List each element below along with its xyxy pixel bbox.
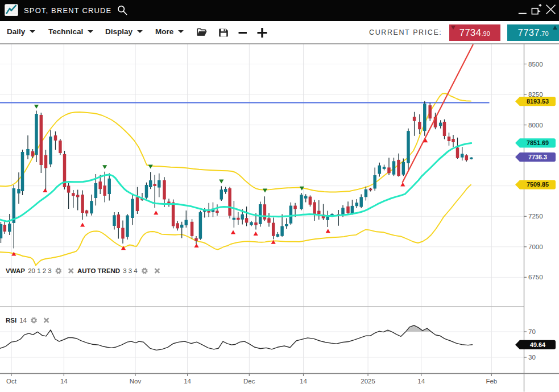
rsi-remove-icon[interactable]: [44, 318, 49, 323]
candle-up: [233, 218, 236, 220]
candle-up: [224, 189, 227, 192]
rsi-settings-gear-icon[interactable]: [31, 317, 37, 323]
candle-up: [0, 224, 2, 238]
auto-trend-label: AUTO TREND: [77, 267, 120, 274]
buy-signal-marker: [194, 244, 198, 247]
x-tick-label: Dec: [243, 378, 255, 385]
candle-up: [285, 224, 288, 226]
candle-down: [346, 207, 350, 213]
sell-signal-marker: [148, 165, 153, 169]
candle-down: [309, 197, 312, 205]
menu-more[interactable]: More: [155, 21, 184, 43]
candle-up: [241, 214, 244, 220]
candle-down: [448, 137, 451, 141]
candle-down: [31, 151, 35, 156]
menu-technical[interactable]: Technical: [48, 21, 93, 43]
candle-down: [428, 105, 432, 118]
candle-up: [407, 131, 410, 163]
candle-up: [149, 180, 152, 187]
minimize-button[interactable]: [519, 13, 527, 14]
vwap-label: VWAP: [6, 267, 25, 274]
y-tick-label: 6750: [528, 274, 543, 280]
rsi-params: 14: [19, 317, 27, 324]
y-tick-label: 8000: [528, 122, 543, 129]
auto-trend-remove-icon[interactable]: [155, 269, 159, 273]
popout-button[interactable]: [532, 4, 541, 14]
buy-signal-marker: [80, 222, 85, 226]
candle-down: [267, 218, 271, 223]
vwap-remove-icon[interactable]: [69, 269, 73, 273]
price-tag-label: 7736.3: [528, 154, 547, 160]
candle-up: [35, 114, 38, 155]
candle-down: [313, 202, 316, 214]
vwap-settings-gear-icon[interactable]: [56, 268, 61, 274]
candle-up: [276, 234, 280, 237]
candle-up: [126, 215, 129, 237]
candle-down: [293, 206, 297, 209]
auto-trend-params: 3 3 4: [123, 267, 138, 274]
open-file-icon[interactable]: [196, 23, 208, 44]
search-icon[interactable]: [116, 4, 129, 16]
auto-trend-settings-gear-icon[interactable]: [142, 268, 147, 274]
buy-signal-marker: [231, 230, 235, 234]
close-button[interactable]: [546, 5, 556, 14]
arrow-up-icon: [553, 26, 557, 30]
candle-up: [145, 185, 148, 197]
x-tick-label: 2025: [361, 378, 375, 385]
candle-up: [304, 196, 308, 199]
vwap-line: [0, 143, 471, 221]
save-icon[interactable]: [218, 23, 229, 44]
candle-down: [103, 185, 106, 196]
chevron-down-icon: [30, 30, 35, 33]
title-bar: SPOT, BRENT CRUDE: [0, 0, 559, 21]
candle-down: [228, 188, 231, 216]
y-tick-label: 7000: [528, 244, 543, 250]
candle-up: [461, 154, 464, 157]
candle-down: [254, 222, 258, 225]
candle-up: [373, 175, 376, 188]
candle-down: [263, 204, 267, 220]
price-tag-label: 7509.85: [527, 181, 549, 188]
candle-down: [387, 167, 391, 173]
buy-signal-marker: [254, 232, 258, 236]
candle-down: [176, 223, 179, 228]
candle-up: [113, 215, 116, 226]
zoom-in-icon[interactable]: [256, 23, 268, 44]
chart-area[interactable]: 850082508000775075007250700067507030Oct1…: [0, 43, 559, 392]
candle-up: [423, 104, 427, 131]
candle-up: [359, 197, 363, 207]
candle-down: [452, 139, 455, 142]
current-price-label: CURRENT PRICE:: [369, 21, 442, 43]
sell-signal-marker: [102, 165, 107, 169]
x-tick-label: Nov: [130, 378, 142, 385]
candle-down: [121, 228, 125, 238]
rsi-tick-label: 70: [528, 328, 536, 335]
trend-line: [403, 44, 474, 183]
candle-down: [54, 135, 57, 141]
x-tick-label: 14: [417, 378, 425, 385]
candle-down: [117, 214, 121, 228]
candle-up: [326, 216, 329, 220]
candle-up: [383, 167, 386, 169]
menu-display[interactable]: Display: [105, 21, 143, 43]
candle-down: [67, 185, 71, 192]
x-tick-label: 14: [184, 378, 191, 385]
chevron-down-icon: [88, 30, 93, 33]
candle-up: [180, 225, 184, 228]
candle-down: [317, 211, 321, 214]
candle-up: [26, 149, 30, 155]
candle-down: [136, 197, 139, 211]
candle-down: [369, 188, 372, 190]
candle-up: [90, 201, 93, 213]
x-tick-label: 14: [300, 378, 307, 385]
app-logo-icon: [5, 4, 18, 16]
menu-timeframe[interactable]: Daily: [7, 21, 35, 43]
bollinger-upper-band: [0, 93, 471, 192]
candle-down: [456, 147, 459, 158]
candle-up: [470, 158, 473, 159]
candle-up: [439, 123, 442, 126]
zoom-out-icon[interactable]: [238, 23, 248, 44]
candle-up: [355, 203, 359, 206]
candle-up: [289, 206, 293, 224]
candle-up: [49, 137, 52, 164]
